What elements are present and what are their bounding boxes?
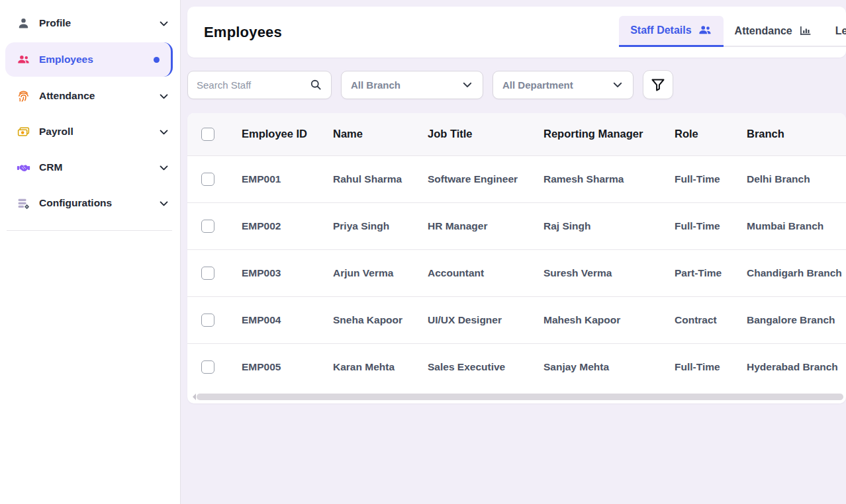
cell-name: Rahul Sharma (333, 155, 428, 202)
table-row: EMP004 Sneha Kapoor UI/UX Designer Mahes… (187, 296, 846, 343)
sidebar: Profile Employees Attendance Payroll (0, 0, 181, 504)
table-row: EMP001 Rahul Sharma Software Engineer Ra… (187, 155, 846, 202)
scrollbar-thumb[interactable] (197, 394, 843, 400)
staff-table-card: Employee ID Name Job Title Reporting Man… (187, 113, 846, 403)
fingerprint-icon (17, 89, 30, 103)
cell-branch: Delhi Branch (747, 155, 846, 202)
cell-branch: Chandigarh Branch (747, 249, 846, 296)
cell-reporting-manager: Suresh Verma (543, 249, 675, 296)
search-icon[interactable] (309, 78, 322, 91)
cell-reporting-manager: Ramesh Sharma (543, 155, 675, 202)
select-all-checkbox[interactable] (201, 128, 214, 141)
chevron-down-icon[interactable] (158, 126, 169, 138)
row-checkbox[interactable] (201, 173, 214, 186)
funnel-icon (650, 77, 666, 93)
people-icon (17, 53, 30, 67)
cell-employee-id: EMP003 (242, 249, 333, 296)
column-header: Role (675, 113, 747, 155)
sidebar-item-label: Attendance (39, 90, 95, 102)
cell-role: Part-Time (675, 249, 747, 296)
cell-job-title: Software Engineer (428, 155, 543, 202)
branch-select[interactable]: All Branch (341, 71, 483, 99)
scroll-left-arrow-icon[interactable] (189, 394, 196, 400)
cell-name: Priya Singh (333, 202, 428, 249)
table-header-row: Employee ID Name Job Title Reporting Man… (187, 113, 846, 155)
chevron-down-icon[interactable] (158, 18, 169, 29)
banknote-icon (17, 125, 30, 139)
bar-chart-icon (798, 24, 813, 38)
filter-toolbar: All Branch All Department (187, 70, 846, 99)
cell-role: Full-Time (675, 202, 747, 249)
cell-job-title: Sales Executive (428, 343, 543, 390)
cell-role: Full-Time (675, 343, 747, 390)
tab-attendance[interactable]: Attendance (724, 16, 824, 46)
column-header: Branch (747, 113, 846, 155)
staff-table: Employee ID Name Job Title Reporting Man… (187, 113, 846, 390)
cell-job-title: HR Manager (428, 202, 543, 249)
cell-branch: Mumbai Branch (747, 202, 846, 249)
row-checkbox[interactable] (201, 220, 214, 233)
tab-bar: Staff Details Attendance Leaves (619, 16, 846, 47)
person-icon (17, 17, 30, 30)
horizontal-scrollbar (189, 393, 843, 400)
column-header: Employee ID (242, 113, 333, 155)
department-select[interactable]: All Department (493, 71, 634, 99)
staff-search (187, 71, 332, 99)
main-content: Employees Staff Details Attendance Leave… (181, 0, 846, 504)
chevron-down-icon[interactable] (158, 162, 169, 173)
cell-employee-id: EMP001 (242, 155, 333, 202)
handshake-icon (17, 161, 30, 175)
cell-employee-id: EMP005 (242, 343, 333, 390)
table-row: EMP005 Karan Mehta Sales Executive Sanja… (187, 343, 846, 390)
cell-branch: Bangalore Branch (747, 296, 846, 343)
cell-job-title: UI/UX Designer (428, 296, 543, 343)
cell-name: Karan Mehta (333, 343, 428, 390)
department-select-value: All Department (502, 79, 573, 91)
column-header: Reporting Manager (543, 113, 675, 155)
cell-employee-id: EMP004 (242, 296, 333, 343)
settings-stack-icon (17, 196, 30, 210)
page-title: Employees (187, 24, 282, 41)
filter-button[interactable] (643, 70, 673, 99)
cell-branch: Hyderabad Branch (747, 343, 846, 390)
branch-select-value: All Branch (351, 79, 400, 91)
tab-label: Staff Details (630, 24, 691, 36)
cell-name: Sneha Kapoor (333, 296, 428, 343)
chevron-down-icon[interactable] (158, 198, 169, 209)
cell-reporting-manager: Mahesh Kapoor (543, 296, 675, 343)
sidebar-item-configurations[interactable]: Configurations (0, 192, 180, 214)
tab-label: Attendance (735, 25, 792, 37)
sidebar-item-employees[interactable]: Employees (5, 42, 173, 77)
cell-role: Full-Time (675, 155, 747, 202)
people-icon (698, 23, 712, 38)
cell-reporting-manager: Raj Singh (543, 202, 675, 249)
chevron-down-icon (461, 79, 473, 91)
sidebar-item-label: CRM (39, 161, 62, 173)
table-row: EMP003 Arjun Verma Accountant Suresh Ver… (187, 249, 846, 296)
column-header: Name (333, 113, 428, 155)
cell-job-title: Accountant (428, 249, 543, 296)
sidebar-item-label: Payroll (39, 126, 73, 138)
sidebar-item-label: Profile (39, 17, 71, 29)
sidebar-item-crm[interactable]: CRM (0, 156, 180, 179)
table-row: EMP002 Priya Singh HR Manager Raj Singh … (187, 202, 846, 249)
cell-name: Arjun Verma (333, 249, 428, 296)
tab-staff-details[interactable]: Staff Details (619, 16, 723, 47)
row-checkbox[interactable] (201, 360, 214, 374)
cell-role: Contract (675, 296, 747, 343)
page-header: Employees Staff Details Attendance Leave… (187, 7, 846, 58)
search-input[interactable] (197, 79, 309, 91)
chevron-down-icon[interactable] (158, 91, 169, 102)
sidebar-item-profile[interactable]: Profile (0, 12, 180, 34)
sidebar-item-label: Configurations (39, 197, 112, 209)
cell-reporting-manager: Sanjay Mehta (543, 343, 675, 390)
sidebar-item-attendance[interactable]: Attendance (0, 85, 180, 107)
tab-label: Leaves (835, 25, 846, 37)
row-checkbox[interactable] (201, 314, 214, 327)
sidebar-item-payroll[interactable]: Payroll (0, 120, 180, 143)
column-header: Job Title (428, 113, 543, 155)
tab-leaves[interactable]: Leaves (824, 16, 846, 46)
sidebar-divider (7, 230, 172, 231)
cell-employee-id: EMP002 (242, 202, 333, 249)
row-checkbox[interactable] (201, 267, 214, 280)
